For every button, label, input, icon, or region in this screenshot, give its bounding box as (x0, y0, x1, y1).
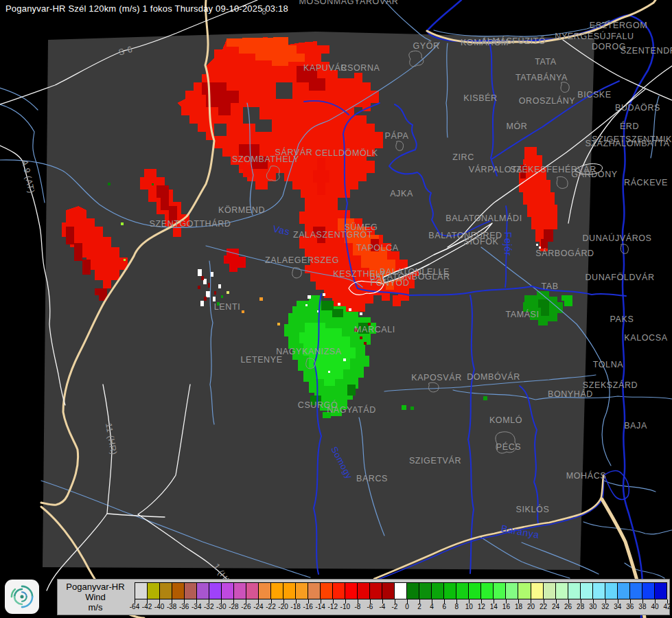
map-label: CSORNA (340, 63, 380, 73)
map-label: Fejér (502, 232, 513, 256)
map-label: MARCALI (354, 325, 395, 334)
scale-tick-label: -8 (354, 603, 360, 610)
scale-tick-label: -40 (154, 603, 164, 610)
scale-cell (308, 583, 320, 599)
map-label: KOMLÓ (489, 415, 522, 425)
scale-cell (480, 583, 493, 599)
scale-cell (357, 583, 369, 599)
scale-cell (147, 583, 159, 599)
scale-tick-label: 20 (527, 603, 535, 610)
scale-cell (369, 583, 382, 599)
scale-tick-label: -64 (130, 603, 139, 610)
map-label: TATA (535, 57, 557, 67)
map-label: NYERGESÚJFALU (555, 31, 634, 41)
map-label: BUDAÖRS (615, 103, 660, 113)
radar-map: MOSONMAGYARÓVÁRGYŐRKOMÁROMALMÁSFÜZITŐNYE… (0, 0, 672, 618)
scale-tick-label: 18 (515, 603, 522, 610)
legend-variable: Wind (59, 592, 132, 602)
scale-tick-label: 16 (502, 603, 510, 610)
map-label: SZENTENDRE (621, 46, 672, 56)
map-label: LENTI (214, 302, 240, 312)
scale-cell (505, 583, 518, 599)
scale-tick-label: -32 (204, 603, 213, 610)
scale-tick-label: 4 (430, 603, 434, 610)
scale-cell (443, 583, 456, 599)
scale-tick-label: -22 (266, 603, 275, 610)
map-label: GYŐR (413, 41, 439, 51)
wind-spiral-icon (8, 582, 36, 611)
map-label: KALOCSA (624, 333, 667, 343)
legend-product-name: Poganyvar-HR (59, 582, 132, 592)
map-label: BALATONALMÁDI (445, 213, 522, 223)
scale-tick-label: 6 (442, 603, 446, 610)
scale-cell (172, 583, 184, 599)
map-label: ZIRC (452, 152, 474, 162)
map-label: SIÓFOK (464, 236, 499, 247)
scale-tick-label: -38 (167, 603, 176, 610)
scale-tick-label: -24 (253, 603, 263, 610)
map-label: TATABÁNYA (515, 72, 568, 82)
map-label: CELLDÖMÖLK (315, 148, 378, 158)
scale-cell (629, 583, 642, 599)
scale-tick-label: -18 (290, 603, 300, 610)
map-label: AJKA (390, 189, 413, 198)
map-label: BAJA (624, 421, 647, 431)
scale-cell (270, 583, 283, 599)
scale-tick-label: -14 (315, 603, 325, 610)
scale-cell (543, 583, 555, 599)
map-label: TAB (541, 282, 558, 291)
scale-tick-label: 38 (638, 603, 646, 610)
map-label: A 9 (AT) (20, 159, 36, 194)
map-label: SIKLÓS (516, 504, 550, 514)
map-label: SZEKSZÁRD (583, 380, 638, 390)
map-label: SZOMBATHELY (232, 154, 299, 164)
scale-tick-label: 10 (465, 603, 473, 610)
map-label: MOSONMAGYARÓVÁR (299, 0, 399, 6)
map-label: ZALAEGERSZEG (265, 255, 339, 265)
map-label: KAPOSVÁR (411, 372, 462, 382)
scale-cell (382, 583, 394, 599)
scale-cell (221, 583, 233, 599)
scale-tick-label: -2 (392, 603, 398, 610)
scale-tick-label: -10 (340, 603, 350, 610)
map-label: ÉRD (620, 121, 639, 131)
scale-tick-label: 30 (589, 603, 596, 610)
scale-cell (592, 583, 605, 599)
scale-cell (233, 583, 246, 599)
scale-tick-label: 40 (651, 603, 658, 610)
scale-cell (605, 583, 617, 599)
scale-tick-label: 34 (614, 603, 621, 610)
scale-tick-label: -20 (278, 603, 288, 610)
scale-tick-label: 22 (540, 603, 547, 610)
map-label: SZIGETVÁR (409, 455, 461, 466)
scale-cell (642, 583, 654, 599)
scale-cell (531, 583, 543, 599)
map-label: PÉCS (496, 442, 521, 452)
scale-cell (246, 583, 258, 599)
scale-tick-label: -42 (142, 603, 152, 610)
scale-tick-label: 36 (626, 603, 634, 610)
scale-cell (431, 583, 443, 599)
weather-app-logo (5, 580, 39, 614)
scale-tick-label: -30 (216, 603, 226, 610)
map-label: SZENTGOTTHÁRD (150, 218, 231, 229)
color-scale-labels: -64-42-40-38-36-34-32-30-28-26-24-22-20-… (135, 603, 667, 613)
scale-cell (258, 583, 270, 599)
map-label: KÖRMEND (218, 205, 265, 215)
map-label: TAMÁSI (505, 309, 539, 319)
map-label: GÁRDONY (571, 169, 617, 179)
scale-tick-label: 12 (478, 603, 485, 610)
scale-cell (580, 583, 592, 599)
scale-cell (419, 583, 431, 599)
map-label: OROSZLÁNY (519, 95, 576, 106)
map-label: RÁCKEVE (624, 177, 668, 187)
scale-tick-label: -6 (367, 603, 373, 610)
scale-cell (332, 583, 345, 599)
scale-tick-label: 2 (417, 603, 421, 610)
legend-title-block: Poganyvar-HR Wind m/s (59, 582, 132, 613)
scale-cell (468, 583, 480, 599)
map-label: PAKS (610, 314, 634, 324)
scale-tick-label: -36 (179, 603, 189, 610)
scale-cell (617, 583, 629, 599)
scale-cell (394, 583, 406, 599)
